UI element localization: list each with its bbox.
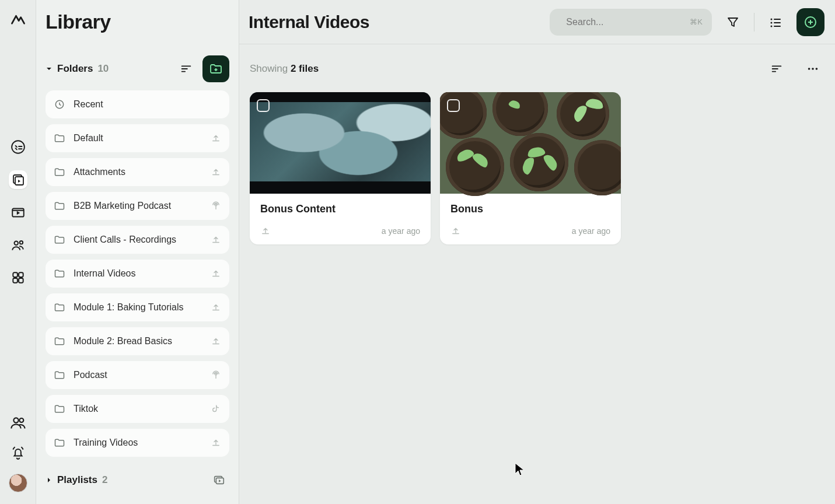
folder-icon xyxy=(54,437,65,449)
svg-point-0 xyxy=(12,141,25,153)
video-card[interactable]: Bonus Contenta year ago xyxy=(250,92,431,244)
nav-video-icon[interactable] xyxy=(9,203,27,222)
folder-icon xyxy=(54,268,65,279)
nav-checklist-icon[interactable] xyxy=(9,138,27,156)
search-input[interactable] xyxy=(566,17,683,27)
svg-rect-7 xyxy=(19,272,23,277)
svg-rect-6 xyxy=(13,272,18,277)
nav-people-icon[interactable] xyxy=(9,236,27,254)
folder-item[interactable]: Module 2: Bread Basics xyxy=(46,327,229,355)
folder-item[interactable]: Client Calls - Recordings xyxy=(46,226,229,254)
content-header: Showing 2 files xyxy=(250,57,824,80)
svg-point-14 xyxy=(215,373,217,375)
chevron-right-icon xyxy=(46,477,53,484)
upload-icon xyxy=(211,167,221,177)
svg-point-23 xyxy=(812,68,814,70)
create-button[interactable] xyxy=(796,8,824,36)
upload-icon xyxy=(211,268,221,279)
folders-header: Folders 10 xyxy=(46,55,229,82)
upload-icon xyxy=(211,336,221,346)
new-playlist-button[interactable] xyxy=(208,470,229,491)
nav-team-icon[interactable] xyxy=(9,413,27,432)
sidebar: Library Folders 10 RecentDefaultAttachme… xyxy=(36,0,239,504)
folder-name: Client Calls - Recordings xyxy=(74,235,202,245)
svg-rect-8 xyxy=(13,278,18,283)
folders-label: Folders xyxy=(57,63,93,75)
video-card[interactable]: Bonusa year ago xyxy=(440,92,621,244)
video-title: Bonus Content xyxy=(260,203,420,215)
upload-icon xyxy=(211,235,221,245)
folder-name: Module 1: Baking Tutorials xyxy=(74,302,202,313)
folder-item[interactable]: B2B Marketing Podcast xyxy=(46,192,229,220)
new-folder-button[interactable] xyxy=(202,55,229,82)
folder-icon xyxy=(54,234,65,246)
content: Showing 2 files Bonus Contenta year agoB… xyxy=(239,44,835,257)
folder-item[interactable]: Internal Videos xyxy=(46,260,229,288)
folder-item[interactable]: Training Videos xyxy=(46,429,229,457)
folder-item[interactable]: Recent xyxy=(46,90,229,118)
video-date: a year ago xyxy=(382,226,420,236)
playlists-toggle[interactable]: Playlists 2 xyxy=(46,474,107,486)
nav-library-icon[interactable] xyxy=(9,170,27,189)
playlists-count: 2 xyxy=(102,474,107,486)
select-checkbox[interactable] xyxy=(447,99,460,112)
folder-name: Podcast xyxy=(74,370,202,380)
more-horizontal-icon xyxy=(806,62,819,75)
svg-point-19 xyxy=(771,22,773,23)
folder-name: Tiktok xyxy=(74,404,202,414)
nav-notifications-icon[interactable] xyxy=(9,443,27,462)
nav-apps-icon[interactable] xyxy=(9,268,27,287)
video-date: a year ago xyxy=(572,226,610,236)
video-thumbnail[interactable] xyxy=(250,92,431,194)
search-shortcut: ⌘K xyxy=(690,18,703,26)
folder-item[interactable]: Tiktok xyxy=(46,395,229,423)
card-grid: Bonus Contenta year agoBonusa year ago xyxy=(250,92,824,244)
more-options-button[interactable] xyxy=(801,57,824,80)
search-input-wrap[interactable]: ⌘K xyxy=(550,9,712,36)
folder-icon xyxy=(54,132,65,144)
folder-item[interactable]: Default xyxy=(46,124,229,152)
folder-name: Default xyxy=(74,133,202,144)
plus-circle-icon xyxy=(803,15,817,29)
video-title: Bonus xyxy=(450,203,610,215)
folders-toggle[interactable]: Folders 10 xyxy=(46,63,109,75)
folder-item[interactable]: Attachments xyxy=(46,158,229,186)
svg-point-4 xyxy=(14,242,18,246)
chevron-down-icon xyxy=(46,65,53,72)
select-checkbox[interactable] xyxy=(257,99,270,112)
content-sort-button[interactable] xyxy=(765,57,788,80)
playlists-header: Playlists 2 xyxy=(46,470,229,491)
folder-name: Attachments xyxy=(74,167,202,177)
podcast-icon xyxy=(211,201,221,211)
svg-point-10 xyxy=(13,418,18,422)
playlists-label: Playlists xyxy=(57,474,97,486)
upload-icon xyxy=(211,133,221,144)
divider xyxy=(754,13,754,32)
svg-point-22 xyxy=(808,68,810,70)
folder-name: B2B Marketing Podcast xyxy=(74,201,202,211)
clock-icon xyxy=(54,99,65,110)
sort-icon xyxy=(770,62,783,75)
app-logo-icon[interactable] xyxy=(10,10,26,27)
folder-item[interactable]: Module 1: Baking Tutorials xyxy=(46,293,229,321)
folder-icon xyxy=(54,369,65,381)
upload-icon xyxy=(260,226,271,236)
page-title: Internal Videos xyxy=(249,12,369,32)
icon-rail xyxy=(0,0,36,504)
settings-list-button[interactable] xyxy=(764,10,787,34)
filter-button[interactable] xyxy=(721,10,745,34)
folders-sort-button[interactable] xyxy=(176,58,197,79)
video-thumbnail[interactable] xyxy=(440,92,621,194)
user-avatar[interactable] xyxy=(9,474,27,492)
folder-item[interactable]: Podcast xyxy=(46,361,229,389)
svg-point-18 xyxy=(771,18,773,20)
podcast-icon xyxy=(211,370,221,380)
folder-icon xyxy=(54,403,65,415)
settings-list-icon xyxy=(768,15,782,29)
svg-point-20 xyxy=(771,25,773,27)
folder-name: Training Videos xyxy=(74,438,202,448)
folder-icon xyxy=(54,166,65,178)
tiktok-icon xyxy=(211,404,221,414)
upload-icon xyxy=(211,302,221,313)
folder-list: RecentDefaultAttachmentsB2B Marketing Po… xyxy=(46,90,229,457)
